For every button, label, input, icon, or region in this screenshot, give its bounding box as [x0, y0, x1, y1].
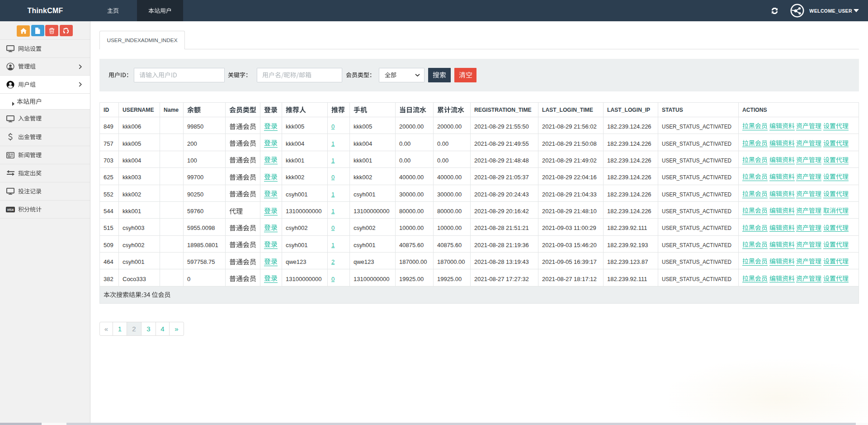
- svg-text:VISA: VISA: [7, 208, 14, 211]
